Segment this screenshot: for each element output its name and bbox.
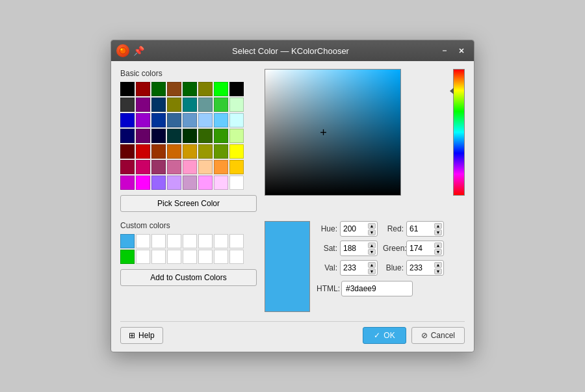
basic-color-swatch[interactable] — [136, 160, 150, 174]
basic-color-swatch[interactable] — [229, 176, 244, 190]
val-input[interactable] — [343, 263, 368, 272]
basic-color-swatch[interactable] — [151, 98, 166, 112]
basic-color-swatch[interactable] — [198, 82, 213, 96]
blue-input[interactable] — [410, 263, 434, 272]
basic-color-swatch[interactable] — [198, 160, 213, 174]
help-button[interactable]: ⊞ Help — [120, 327, 163, 344]
basic-color-swatch[interactable] — [136, 98, 150, 112]
custom-color-swatch[interactable] — [229, 250, 244, 264]
basic-color-swatch[interactable] — [198, 98, 213, 112]
basic-color-swatch[interactable] — [167, 160, 181, 174]
basic-color-swatch[interactable] — [120, 82, 135, 96]
basic-color-swatch[interactable] — [151, 144, 166, 159]
cancel-button[interactable]: ⊘ Cancel — [411, 327, 465, 344]
basic-color-swatch[interactable] — [214, 98, 228, 112]
green-input-wrapper[interactable]: ▲ ▼ — [406, 241, 444, 256]
custom-color-swatch[interactable] — [136, 250, 150, 264]
sat-input[interactable] — [343, 244, 368, 253]
basic-color-swatch[interactable] — [167, 113, 181, 127]
basic-color-swatch[interactable] — [214, 160, 228, 174]
sat-down[interactable]: ▼ — [368, 249, 376, 255]
red-up[interactable]: ▲ — [434, 223, 442, 229]
basic-color-swatch[interactable] — [214, 129, 228, 143]
red-input[interactable] — [410, 224, 434, 233]
basic-color-swatch[interactable] — [136, 113, 150, 127]
custom-color-swatch[interactable] — [136, 234, 150, 248]
basic-color-swatch[interactable] — [183, 144, 197, 159]
basic-color-swatch[interactable] — [229, 113, 244, 127]
val-down[interactable]: ▼ — [368, 268, 376, 274]
custom-color-swatch[interactable] — [167, 234, 181, 248]
basic-color-swatch[interactable] — [151, 160, 166, 174]
color-canvas[interactable]: + — [265, 69, 401, 196]
basic-color-swatch[interactable] — [183, 160, 197, 174]
ok-button[interactable]: ✓ OK — [363, 327, 406, 344]
basic-color-swatch[interactable] — [167, 82, 181, 96]
basic-color-swatch[interactable] — [214, 113, 228, 127]
custom-color-swatch[interactable] — [229, 234, 244, 248]
sat-input-wrapper[interactable]: ▲ ▼ — [340, 241, 378, 256]
basic-color-swatch[interactable] — [120, 144, 135, 159]
basic-color-swatch[interactable] — [183, 82, 197, 96]
sat-up[interactable]: ▲ — [368, 242, 376, 248]
custom-color-swatch[interactable] — [120, 234, 135, 248]
green-input[interactable] — [410, 244, 434, 253]
basic-color-swatch[interactable] — [183, 176, 197, 190]
basic-color-swatch[interactable] — [151, 129, 166, 143]
basic-color-swatch[interactable] — [214, 82, 228, 96]
add-custom-colors-button[interactable]: Add to Custom Colors — [120, 269, 257, 286]
red-input-wrapper[interactable]: ▲ ▼ — [406, 221, 444, 237]
basic-color-swatch[interactable] — [229, 144, 244, 159]
basic-color-swatch[interactable] — [136, 129, 150, 143]
custom-color-swatch[interactable] — [151, 234, 166, 248]
basic-color-swatch[interactable] — [214, 176, 228, 190]
basic-color-swatch[interactable] — [229, 82, 244, 96]
basic-color-swatch[interactable] — [136, 144, 150, 159]
basic-color-swatch[interactable] — [167, 98, 181, 112]
basic-color-swatch[interactable] — [167, 176, 181, 190]
hue-input[interactable] — [343, 224, 368, 233]
hue-down[interactable]: ▼ — [368, 229, 376, 235]
blue-input-wrapper[interactable]: ▲ ▼ — [406, 260, 444, 276]
blue-down[interactable]: ▼ — [434, 268, 442, 274]
minimize-button[interactable] — [437, 44, 452, 58]
custom-color-swatch[interactable] — [183, 234, 197, 248]
basic-color-swatch[interactable] — [229, 129, 244, 143]
green-down[interactable]: ▼ — [434, 249, 442, 255]
basic-color-swatch[interactable] — [136, 176, 150, 190]
custom-color-swatch[interactable] — [198, 234, 213, 248]
custom-color-swatch[interactable] — [214, 234, 228, 248]
basic-color-swatch[interactable] — [151, 176, 166, 190]
basic-color-swatch[interactable] — [120, 98, 135, 112]
val-input-wrapper[interactable]: ▲ ▼ — [340, 260, 378, 276]
close-button[interactable] — [454, 44, 469, 58]
pin-icon[interactable]: 📌 — [133, 46, 144, 56]
html-input[interactable] — [341, 281, 413, 296]
basic-color-swatch[interactable] — [183, 129, 197, 143]
green-up[interactable]: ▲ — [434, 242, 442, 248]
basic-color-swatch[interactable] — [198, 176, 213, 190]
basic-color-swatch[interactable] — [229, 98, 244, 112]
basic-color-swatch[interactable] — [229, 160, 244, 174]
basic-color-swatch[interactable] — [198, 144, 213, 159]
custom-color-swatch[interactable] — [198, 250, 213, 264]
hue-slider[interactable] — [453, 69, 465, 196]
red-down[interactable]: ▼ — [434, 229, 442, 235]
basic-color-swatch[interactable] — [120, 160, 135, 174]
hue-input-wrapper[interactable]: ▲ ▼ — [340, 221, 378, 237]
hue-up[interactable]: ▲ — [368, 223, 376, 229]
basic-color-swatch[interactable] — [151, 82, 166, 96]
basic-color-swatch[interactable] — [120, 129, 135, 143]
basic-color-swatch[interactable] — [151, 113, 166, 127]
basic-color-swatch[interactable] — [214, 144, 228, 159]
basic-color-swatch[interactable] — [167, 144, 181, 159]
custom-color-swatch[interactable] — [151, 250, 166, 264]
basic-color-swatch[interactable] — [198, 113, 213, 127]
basic-color-swatch[interactable] — [183, 98, 197, 112]
val-up[interactable]: ▲ — [368, 262, 376, 268]
basic-color-swatch[interactable] — [120, 113, 135, 127]
basic-color-swatch[interactable] — [136, 82, 150, 96]
custom-color-swatch[interactable] — [167, 250, 181, 264]
custom-color-swatch[interactable] — [183, 250, 197, 264]
basic-color-swatch[interactable] — [167, 129, 181, 143]
